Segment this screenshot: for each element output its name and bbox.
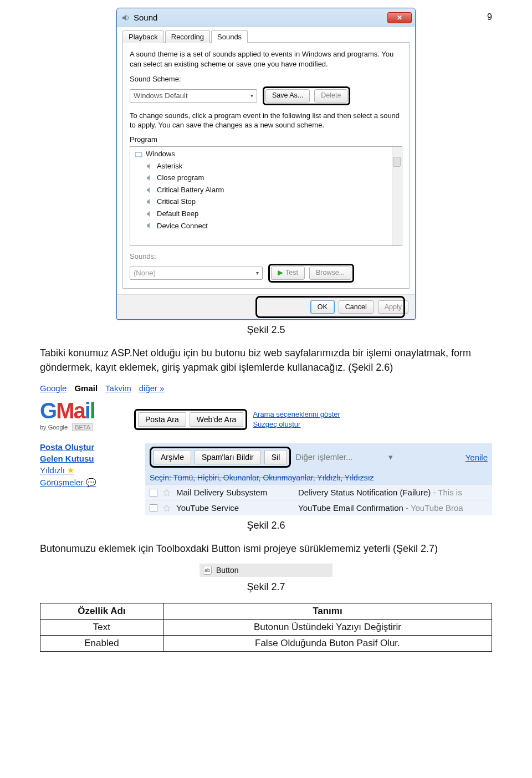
highlight-test-browse: ▶ Test Browse... <box>268 264 354 283</box>
posta-ara-button[interactable]: Posta Ara <box>138 412 186 427</box>
mail-from: YouTube Service <box>176 503 293 513</box>
sound-icon <box>146 174 154 182</box>
tab-sounds[interactable]: Sounds <box>211 30 248 43</box>
list-item: Asterisk <box>157 161 182 171</box>
chevron-down-icon: ▾ <box>256 269 259 277</box>
by-google-label: by Google <box>40 424 68 431</box>
close-icon: ✕ <box>397 14 402 22</box>
figure-caption-26: Şekil 2.6 <box>40 520 492 531</box>
sound-dialog: Sound ✕ Playback Recording Sounds A soun… <box>116 8 416 320</box>
window-title: Sound <box>134 13 157 22</box>
highlight-toolbar-buttons: Arşivle Spam'ları Bildir Sil <box>150 447 291 468</box>
tab-panel-sounds: A sound theme is a set of sounds applied… <box>122 42 410 289</box>
scheme-value: Windows Default <box>134 91 188 101</box>
toolbox-item-button[interactable]: ab Button <box>200 564 332 577</box>
refresh-link[interactable]: Yenile <box>466 453 488 462</box>
beta-badge: BETA <box>72 423 93 431</box>
sound-icon <box>146 222 154 229</box>
archive-button[interactable]: Arşivle <box>154 450 191 464</box>
table-cell: Text <box>40 620 163 636</box>
paragraph-2: Butonumuzu eklemek için Toolboxdaki Butt… <box>40 541 492 556</box>
table-cell: False Olduğunda Buton Pasif Olur. <box>163 636 492 652</box>
highlight-saveas-delete: Save As... Delete <box>263 86 350 105</box>
mail-row[interactable]: Mail Delivery Subsystem Delivery Status … <box>145 484 492 500</box>
program-label: Program <box>130 135 402 145</box>
gmail-figure: Google Gmail Takvim diğer » GMail by Goo… <box>40 382 492 515</box>
search-options-link[interactable]: Arama seçeneklerini göster <box>253 410 340 419</box>
button-icon: ab <box>203 566 212 575</box>
figure-caption-25: Şekil 2.5 <box>40 324 492 336</box>
highlight-footer-buttons <box>255 296 405 318</box>
chevron-down-icon: ▾ <box>388 452 393 462</box>
table-cell: Butonun Üstündeki Yazıyı Değiştirir <box>163 620 492 636</box>
tab-recording[interactable]: Recording <box>165 30 210 43</box>
inbox-link[interactable]: Gelen Kutusu <box>40 453 140 464</box>
delete-mail-button[interactable]: Sil <box>264 450 288 464</box>
sounds-dropdown[interactable]: (None) ▾ <box>130 267 263 280</box>
mail-row[interactable]: YouTube Service YouTube Email Confirmati… <box>145 500 492 515</box>
checkbox[interactable] <box>150 504 157 512</box>
paragraph-1: Tabiki konumuz ASP.Net olduğu için bu bu… <box>40 346 492 375</box>
list-item: Critical Stop <box>157 197 196 207</box>
delete-button[interactable]: Delete <box>314 89 347 103</box>
nav-more[interactable]: diğer » <box>139 383 165 393</box>
chats-link[interactable]: Görüşmeler 💬 <box>40 477 140 489</box>
test-button[interactable]: ▶ Test <box>271 267 305 280</box>
scheme-dropdown[interactable]: Windows Default ▾ <box>130 89 257 103</box>
scrollbar[interactable] <box>392 147 402 245</box>
scheme-label: Sound Scheme: <box>130 74 402 84</box>
figure-caption-27: Şekil 2.7 <box>40 581 492 593</box>
nav-gmail: Gmail <box>74 383 98 393</box>
mail-snippet: - YouTube Broa <box>403 503 463 513</box>
create-filter-link[interactable]: Süzgeç oluştur <box>253 419 340 429</box>
more-actions-dropdown[interactable]: Diğer işlemler... ▾ <box>295 452 461 462</box>
browse-button[interactable]: Browse... <box>309 267 351 280</box>
list-item: Close program <box>157 173 204 183</box>
speaker-icon <box>121 13 130 22</box>
report-spam-button[interactable]: Spam'ları Bildir <box>195 450 261 464</box>
star-icon: ★ <box>67 465 74 475</box>
chats-label: Görüşmeler <box>40 478 83 487</box>
sound-icon <box>146 210 154 218</box>
close-button[interactable]: ✕ <box>387 12 412 23</box>
tab-playback[interactable]: Playback <box>122 30 164 43</box>
highlight-search-buttons: Posta Ara Web'de Ara <box>134 409 247 430</box>
starred-link[interactable]: Yıldızlı ★ <box>40 464 140 477</box>
compose-link[interactable]: Posta Oluştur <box>40 441 140 453</box>
saveas-button[interactable]: Save As... <box>265 89 310 103</box>
scroll-thumb[interactable] <box>393 157 401 167</box>
starred-label: Yıldızlı <box>40 465 65 475</box>
table-row: Text Butonun Üstündeki Yazıyı Değiştirir <box>40 620 492 636</box>
sound-icon <box>146 186 154 194</box>
checkbox[interactable] <box>150 489 157 497</box>
nav-calendar[interactable]: Takvim <box>105 383 131 393</box>
gmail-main: Arşivle Spam'ları Bildir Sil Diğer işlem… <box>145 443 492 515</box>
mail-subject: Delivery Status Notification (Failure) <box>298 488 431 497</box>
webde-ara-button[interactable]: Web'de Ara <box>190 412 244 427</box>
play-icon: ▶ <box>278 268 283 278</box>
properties-table: Özellik Adı Tanımı Text Butonun Üstündek… <box>40 603 492 652</box>
star-icon[interactable] <box>163 504 171 512</box>
sound-icon <box>146 198 154 206</box>
sounds-value: (None) <box>134 268 156 278</box>
page-number: 9 <box>487 12 492 22</box>
mail-from: Mail Delivery Subsystem <box>176 488 293 497</box>
select-row[interactable]: Seçin: Tümü, Hiçbiri, Okunanlar, Okunmay… <box>150 473 374 482</box>
mail-subject: YouTube Email Confirmation <box>298 503 403 513</box>
table-cell: Enabled <box>40 636 163 652</box>
nav-google[interactable]: Google <box>40 383 66 393</box>
program-root: Windows <box>146 149 175 159</box>
mail-snippet: - This is <box>431 488 462 497</box>
chat-icon: 💬 <box>86 478 96 487</box>
sound-icon <box>146 162 154 170</box>
more-actions-label: Diğer işlemler... <box>295 452 352 462</box>
table-row: Enabled False Olduğunda Buton Pasif Olur… <box>40 636 492 652</box>
list-item: Device Connect <box>157 221 208 231</box>
sounds-label: Sounds: <box>130 252 402 262</box>
list-item: Default Beep <box>157 209 198 219</box>
star-icon[interactable] <box>163 489 171 497</box>
list-item: Critical Battery Alarm <box>157 185 224 195</box>
intro-text: A sound theme is a set of sounds applied… <box>130 49 402 69</box>
svg-rect-0 <box>135 152 142 157</box>
program-list[interactable]: Windows Asterisk Close program Critical … <box>130 146 402 246</box>
